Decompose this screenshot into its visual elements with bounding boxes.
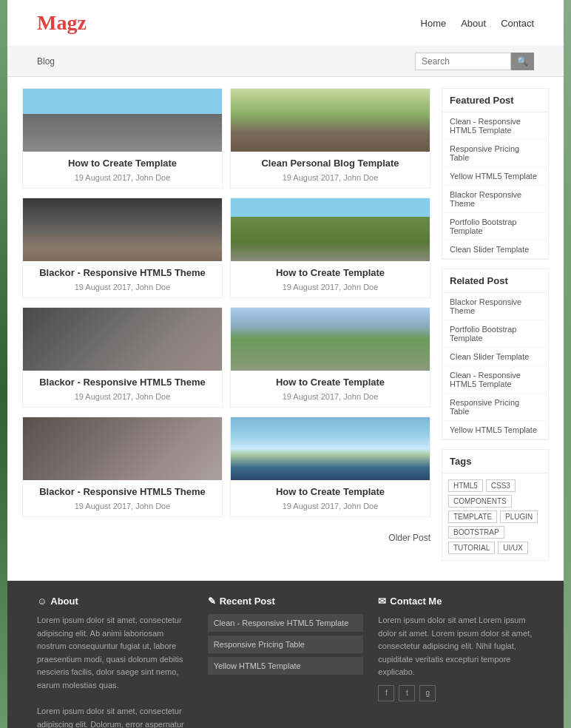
grid-row: How to Create Template 19 August 2017, J… <box>22 88 430 189</box>
post-title: Blackor - Responsive HTML5 Theme <box>29 486 216 499</box>
grid-row: Blackor - Responsive HTML5 Theme 19 Augu… <box>22 307 430 408</box>
sidebar-featured-item[interactable]: Responsive Pricing Table <box>442 140 548 167</box>
social-facebook[interactable]: f <box>378 685 394 701</box>
featured-post-section: Featured Post Clean - Responsive HTML5 T… <box>442 88 549 260</box>
post-thumbnail <box>231 89 430 152</box>
sub-header: Blog 🔍 <box>7 47 564 77</box>
post-title: How to Create Template <box>29 158 216 170</box>
tag-css3[interactable]: CSS3 <box>486 479 516 492</box>
post-title: How to Create Template <box>237 486 424 499</box>
post-meta: 19 August 2017, John Doe <box>29 392 216 401</box>
logo[interactable]: Magz <box>37 11 87 35</box>
post-title: How to Create Template <box>237 377 424 389</box>
post-info: How to Create Template 19 August 2017, J… <box>231 261 430 297</box>
footer-recent: ✎ Recent Post Clean - Responsive HTML5 T… <box>208 596 364 728</box>
post-thumbnail <box>23 308 222 371</box>
post-meta: 19 August 2017, John Doe <box>237 283 424 291</box>
tag-html5[interactable]: HTML5 <box>448 479 483 492</box>
sidebar-featured-item[interactable]: Blackor Responsive Theme <box>442 186 548 213</box>
nav-contact[interactable]: Contact <box>501 18 534 29</box>
main-nav: Home About Contact <box>421 18 534 29</box>
footer-contact-title: ✉ Contact Me <box>378 596 534 607</box>
sidebar-related-item[interactable]: Clean - Responsive HTML5 Template <box>442 366 548 394</box>
sidebar: Featured Post Clean - Responsive HTML5 T… <box>442 88 549 570</box>
sidebar-featured-item[interactable]: Clean - Responsive HTML5 Template <box>442 112 548 140</box>
footer-about-title: ☺ About <box>37 596 193 607</box>
post-title: Blackor - Responsive HTML5 Theme <box>29 267 216 280</box>
sidebar-related-item[interactable]: Responsive Pricing Table <box>442 394 548 421</box>
tags-title: Tags <box>442 450 548 473</box>
post-card[interactable]: Blackor - Responsive HTML5 Theme 19 Augu… <box>22 198 223 298</box>
footer-recent-title: ✎ Recent Post <box>208 596 364 607</box>
sidebar-related-item[interactable]: Yellow HTML5 Template <box>442 421 548 439</box>
post-title: Blackor - Responsive HTML5 Theme <box>29 377 216 389</box>
post-thumbnail <box>231 417 430 480</box>
tag-plugin[interactable]: PLUGIN <box>500 510 538 523</box>
nav-about[interactable]: About <box>461 18 486 29</box>
tag-components[interactable]: COMPONENTS <box>448 495 512 508</box>
post-title: Clean Personal Blog Template <box>237 158 424 170</box>
related-post-section: Related Post Blackor Responsive Theme Po… <box>442 269 549 440</box>
post-info: Blackor - Responsive HTML5 Theme 19 Augu… <box>23 261 222 297</box>
post-meta: 19 August 2017, John Doe <box>29 502 216 510</box>
post-card[interactable]: Blackor - Responsive HTML5 Theme 19 Augu… <box>22 417 223 517</box>
post-info: Blackor - Responsive HTML5 Theme 19 Augu… <box>23 480 222 516</box>
sidebar-featured-item[interactable]: Portfolio Bootstrap Template <box>442 213 548 240</box>
sidebar-related-item[interactable]: Portfolio Bootstrap Template <box>442 320 548 348</box>
post-card[interactable]: How to Create Template 19 August 2017, J… <box>230 198 430 298</box>
post-info: Blackor - Responsive HTML5 Theme 19 Augu… <box>23 371 222 407</box>
post-card[interactable]: How to Create Template 19 August 2017, J… <box>230 307 430 408</box>
tags-container: HTML5 CSS3 COMPONENTS TEMPLATE PLUGIN BO… <box>442 473 548 560</box>
footer-recent-item[interactable]: Clean - Responsive HTML5 Template <box>208 614 364 632</box>
post-thumbnail <box>23 198 222 261</box>
search-button[interactable]: 🔍 <box>511 53 534 70</box>
sidebar-featured-item[interactable]: Clean Slider Template <box>442 240 548 259</box>
post-meta: 19 August 2017, John Doe <box>237 173 424 182</box>
footer-contact-text: Lorem ipsum dolor sit amet Lorem ipsum d… <box>378 614 534 679</box>
footer: ☺ About Lorem ipsum dolor sit amet, cons… <box>7 581 564 728</box>
post-card[interactable]: Blackor - Responsive HTML5 Theme 19 Augu… <box>22 307 223 408</box>
post-card[interactable]: How to Create Template 19 August 2017, J… <box>22 88 223 189</box>
post-thumbnail <box>231 308 430 371</box>
post-info: How to Create Template 19 August 2017, J… <box>231 480 430 516</box>
post-info: Clean Personal Blog Template 19 August 2… <box>231 152 430 188</box>
post-title: How to Create Template <box>237 267 424 280</box>
sidebar-featured-item[interactable]: Yellow HTML5 Template <box>442 167 548 186</box>
featured-post-title: Featured Post <box>442 89 548 112</box>
footer-about: ☺ About Lorem ipsum dolor sit amet, cons… <box>37 596 193 728</box>
grid-row: Blackor - Responsive HTML5 Theme 19 Augu… <box>22 417 430 517</box>
post-meta: 19 August 2017, John Doe <box>237 502 424 510</box>
footer-grid: ☺ About Lorem ipsum dolor sit amet, cons… <box>37 596 534 728</box>
search-input[interactable] <box>415 53 511 70</box>
nav-home[interactable]: Home <box>421 18 447 29</box>
post-card[interactable]: Clean Personal Blog Template 19 August 2… <box>230 88 430 189</box>
post-thumbnail <box>231 198 430 261</box>
social-twitter[interactable]: t <box>399 685 415 701</box>
sidebar-related-item[interactable]: Blackor Responsive Theme <box>442 293 548 320</box>
social-icons: f t g <box>378 685 534 701</box>
mail-icon: ✉ <box>378 596 386 607</box>
tag-template[interactable]: TEMPLATE <box>448 510 497 523</box>
post-card[interactable]: How to Create Template 19 August 2017, J… <box>230 417 430 517</box>
tag-bootstrap[interactable]: BOOTSTRAP <box>448 526 504 539</box>
older-post-bar: Older Post <box>22 526 430 549</box>
post-meta: 19 August 2017, John Doe <box>29 283 216 291</box>
search-wrapper: 🔍 <box>415 53 534 70</box>
footer-recent-item[interactable]: Yellow HTML5 Template <box>208 657 364 675</box>
footer-recent-item[interactable]: Responsive Pricing Table <box>208 636 364 653</box>
pencil-icon: ✎ <box>208 596 216 607</box>
post-meta: 19 August 2017, John Doe <box>29 173 216 182</box>
tags-section: Tags HTML5 CSS3 COMPONENTS TEMPLATE PLUG… <box>442 449 549 561</box>
header: Magz Home About Contact <box>7 0 564 47</box>
tag-tutorial[interactable]: TUTORIAL <box>448 542 495 554</box>
sidebar-related-item[interactable]: Clean Slider Template <box>442 348 548 366</box>
post-meta: 19 August 2017, John Doe <box>237 392 424 401</box>
breadcrumb: Blog <box>37 56 55 67</box>
social-google[interactable]: g <box>419 685 436 701</box>
post-info: How to Create Template 19 August 2017, J… <box>231 371 430 407</box>
post-info: How to Create Template 19 August 2017, J… <box>23 152 222 188</box>
older-post-link[interactable]: Older Post <box>388 533 430 543</box>
user-icon: ☺ <box>37 596 47 607</box>
main-content: How to Create Template 19 August 2017, J… <box>7 77 564 581</box>
tag-uiux[interactable]: UI/UX <box>498 542 528 554</box>
